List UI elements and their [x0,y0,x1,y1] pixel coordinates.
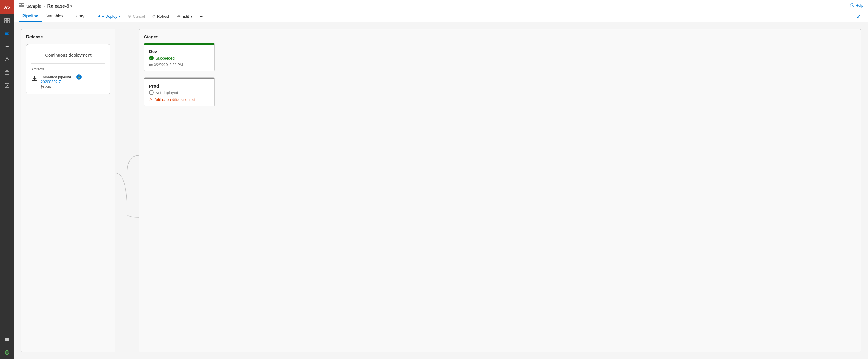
toolbar-divider [92,12,92,20]
artifact-name-text: _ninallam.pipeline... [41,75,74,79]
warning-triangle-icon: ⚠ [149,97,153,102]
refresh-label: Refresh [157,14,170,19]
more-label: ••• [199,14,204,19]
artifacts-label: Artifacts [31,67,105,71]
sidebar: AS [0,0,14,359]
stage-card-body-dev: Dev ✓ Succeeded on 3/2/2020, 3:38 PM [144,45,214,71]
svg-rect-6 [5,34,8,35]
main-content: Sample › Release-5 ▾ ? Help Pipeline V [14,0,868,359]
deploy-button[interactable]: + + Deploy ▾ [95,12,124,20]
edit-button[interactable]: ✏ Edit ▾ [174,12,195,20]
breadcrumb-separator: › [43,4,45,8]
sidebar-item-testplans[interactable] [0,79,14,92]
continuous-deployment-label: Continuous deployment [31,49,105,64]
cancel-button[interactable]: ⊘ Cancel [125,12,148,20]
artifact-item: _ninallam.pipeline... ⚡ 20200302.7 [31,74,105,89]
breadcrumb-release: Release-5 ▾ [47,3,72,9]
more-button[interactable]: ••• [197,13,207,20]
sidebar-item-security[interactable] [0,346,14,359]
svg-rect-16 [22,6,24,7]
cancel-icon: ⊘ [128,14,131,19]
cancel-label: Cancel [133,14,145,19]
toolbar: Pipeline Variables History + + Deploy ▾ … [19,10,863,22]
svg-rect-14 [22,3,24,5]
stages-panel: Stages Dev ✓ Succeeded on 3/2/2020, 3:38… [139,29,861,352]
artifacts-section: Artifacts _ninallam.pipeline... ⚡ [31,64,105,89]
breadcrumb: Sample › Release-5 ▾ [19,0,72,10]
topbar: Sample › Release-5 ▾ ? Help Pipeline V [14,0,868,22]
stage-card-dev[interactable]: Dev ✓ Succeeded on 3/2/2020, 3:38 PM [144,43,215,71]
svg-rect-15 [19,6,21,7]
status-circle-icon [149,90,154,95]
release-card: Continuous deployment Artifacts _ni [26,44,111,94]
breadcrumb-sample[interactable]: Sample [27,4,41,8]
help-link[interactable]: ? Help [850,3,863,8]
refresh-button[interactable]: ↻ Refresh [149,12,174,20]
plus-icon: + [98,14,101,19]
svg-rect-10 [5,338,9,339]
sidebar-item-repos[interactable] [0,40,14,53]
stage-date-dev: on 3/2/2020, 3:38 PM [149,63,210,67]
artifact-branch-text: dev [45,85,51,89]
sidebar-item-overview[interactable] [0,14,14,27]
stage-card-body-prod: Prod Not deployed ⚠ Artifact conditions … [144,79,214,106]
artifact-download-icon [31,75,38,84]
svg-text:?: ? [851,4,853,7]
tab-variables-label: Variables [46,13,63,18]
stage-status-text-prod: Not deployed [155,90,178,95]
help-label: Help [855,3,863,8]
stage-status-text-dev: Succeeded [155,56,175,60]
svg-rect-13 [19,3,21,5]
pipeline-icon [19,3,24,9]
svg-rect-12 [5,340,9,341]
deploy-label: + Deploy [102,14,118,19]
sidebar-item-pipelines[interactable] [0,53,14,66]
stages-panel-label: Stages [144,34,856,39]
tab-history-label: History [71,13,85,18]
svg-rect-0 [5,18,7,20]
refresh-icon: ↻ [152,14,155,19]
svg-rect-3 [7,21,9,23]
artifact-version[interactable]: 20200302.7 [41,80,105,84]
edit-label: Edit [182,14,189,19]
chevron-down-icon[interactable]: ▾ [70,4,72,8]
tab-history[interactable]: History [68,11,88,22]
svg-rect-19 [32,80,37,81]
stage-status-prod: Not deployed [149,90,210,95]
stage-name-dev: Dev [149,49,210,54]
svg-point-21 [41,88,42,89]
svg-rect-5 [5,33,8,34]
svg-rect-9 [5,83,9,87]
tab-variables[interactable]: Variables [43,11,67,22]
stage-warning-text-prod: Artifact conditions not met [155,98,195,102]
svg-point-7 [6,46,8,48]
edit-icon: ✏ [177,14,181,19]
connector-svg [116,132,139,250]
svg-rect-4 [5,32,9,33]
artifact-name: _ninallam.pipeline... ⚡ [41,74,105,80]
edit-chevron-icon: ▾ [190,14,192,19]
artifact-info: _ninallam.pipeline... ⚡ 20200302.7 [41,74,105,89]
sidebar-item-artifacts-icon[interactable] [0,66,14,79]
stages-content: Dev ✓ Succeeded on 3/2/2020, 3:38 PM Pro… [144,43,856,106]
canvas: Release Continuous deployment Artifacts [14,22,868,359]
deploy-chevron-icon: ▾ [119,14,121,19]
svg-rect-1 [7,18,9,20]
expand-icon[interactable]: ⤢ [854,10,863,22]
user-avatar[interactable]: AS [0,0,14,14]
stage-card-prod[interactable]: Prod Not deployed ⚠ Artifact conditions … [144,77,215,106]
release-panel: Release Continuous deployment Artifacts [21,29,116,352]
svg-rect-2 [5,21,7,23]
status-check-icon: ✓ [149,56,154,60]
stage-warning-prod: ⚠ Artifact conditions not met [149,97,210,102]
stage-name-prod: Prod [149,83,210,88]
connector [116,29,139,352]
stage-status-dev: ✓ Succeeded [149,56,210,60]
svg-rect-11 [5,339,9,340]
release-title: Release-5 [47,3,69,9]
tab-pipeline[interactable]: Pipeline [19,11,42,22]
tab-pipeline-label: Pipeline [22,13,38,18]
sidebar-item-boards[interactable] [0,27,14,40]
svg-rect-8 [5,71,9,74]
sidebar-item-menu[interactable] [0,333,14,346]
